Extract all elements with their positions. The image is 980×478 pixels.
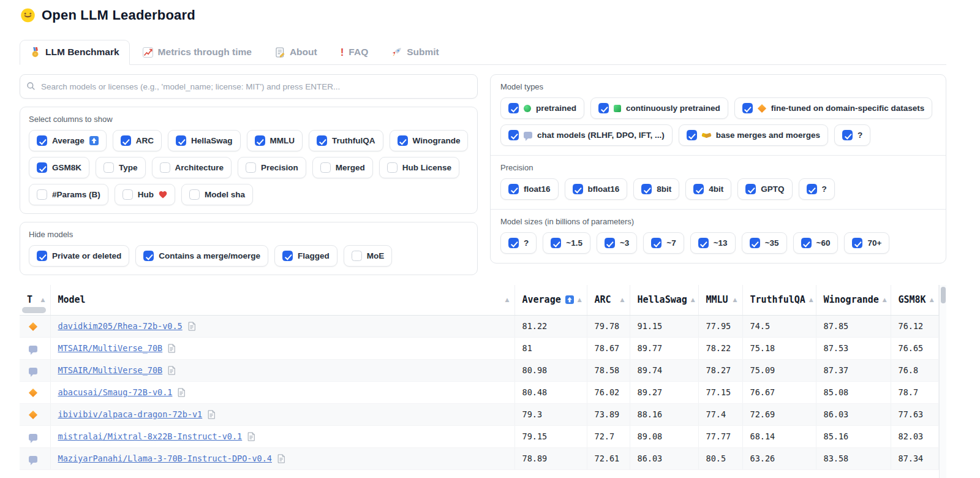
column-checkbox-params[interactable]: #Params (B)	[29, 184, 108, 205]
hide-checkbox-private-or-deleted[interactable]: Private or deleted	[29, 245, 129, 267]
type-checkbox-unknown[interactable]: ?	[834, 124, 870, 146]
tab-llm-benchmark[interactable]: LLM Benchmark	[20, 40, 130, 65]
precision-checkbox-gptq[interactable]: GPTQ	[737, 178, 792, 200]
search-input[interactable]	[20, 74, 478, 99]
table-row[interactable]: abacusai/Smaug-72B-v0.1 80.48 76.02 89.2…	[20, 381, 939, 403]
type-checkbox-fine-tuned[interactable]: fine-tuned on domain-specific datasets	[734, 97, 933, 119]
note-icon[interactable]	[277, 455, 285, 465]
precision-checkbox-unknown[interactable]: ?	[799, 178, 835, 200]
size-checkbox-35[interactable]: ~35	[742, 232, 787, 254]
column-checkbox-precision[interactable]: Precision	[238, 157, 306, 178]
table-row[interactable]: MTSAIR/MultiVerse_70B 80.98 78.58 89.74 …	[20, 359, 939, 381]
size-checkbox-60[interactable]: ~60	[793, 232, 839, 254]
precision-checkbox-float16[interactable]: float16	[500, 178, 559, 200]
column-checkbox-merged[interactable]: Merged	[312, 157, 373, 178]
hellaswag-cell: 86.03	[630, 447, 698, 469]
model-link[interactable]: MTSAIR/MultiVerse_70B	[58, 343, 163, 353]
column-checkbox-truthfulqa[interactable]: TruthfulQA	[309, 130, 383, 151]
size-checkbox-unknown[interactable]: ?	[500, 232, 537, 254]
column-checkbox-winogrande[interactable]: Winogrande	[390, 130, 469, 151]
sort-caret-icon[interactable]: ▲	[41, 297, 45, 303]
column-checkbox-type[interactable]: Type	[96, 157, 146, 178]
model-type-icon	[29, 389, 37, 397]
column-checkbox-mmlu[interactable]: MMLU	[247, 130, 303, 151]
column-checkbox-hub-license[interactable]: Hub License	[379, 157, 459, 178]
table-header-arc[interactable]: ARC▲	[587, 285, 630, 315]
column-checkbox-arc[interactable]: ARC	[113, 130, 162, 151]
size-checkbox-1-5[interactable]: ~1.5	[543, 232, 590, 254]
type-checkbox-base-merges[interactable]: base merges and moerges	[679, 124, 828, 146]
note-icon[interactable]	[187, 323, 196, 333]
table-header-gsm8k[interactable]: GSM8K▲	[891, 285, 939, 315]
checkbox-label: ~7	[666, 238, 676, 248]
table-header-model[interactable]: Model▲	[50, 285, 514, 315]
table-row[interactable]: davidkim205/Rhea-72b-v0.5 81.22 79.78 91…	[20, 315, 939, 337]
size-checkbox-70plus[interactable]: 70+	[844, 232, 889, 254]
type-checkbox-chat-models[interactable]: chat models (RLHF, DPO, IFT, ...)	[500, 124, 673, 146]
note-icon[interactable]	[247, 433, 255, 443]
table-row[interactable]: MTSAIR/MultiVerse_70B 81 78.67 89.77 78.…	[20, 337, 939, 359]
column-checkbox-average[interactable]: Average	[29, 130, 107, 151]
tab-about[interactable]: About	[265, 40, 328, 65]
size-checkbox-3[interactable]: ~3	[597, 232, 637, 254]
sort-caret-icon[interactable]: ▲	[733, 297, 737, 303]
sort-caret-icon[interactable]: ▲	[691, 297, 695, 303]
sort-caret-icon[interactable]: ▲	[809, 297, 813, 303]
model-link[interactable]: abacusai/Smaug-72B-v0.1	[58, 387, 173, 397]
checkbox-label: MoE	[367, 251, 385, 260]
note-icon[interactable]	[167, 345, 176, 355]
column-checkbox-gsm8k[interactable]: GSM8K	[29, 157, 89, 178]
truthfulqa-cell: 74.5	[742, 315, 816, 337]
scrollbar-thumb[interactable]	[941, 287, 946, 303]
hide-checkbox-moe[interactable]: MoE	[344, 245, 393, 267]
model-link[interactable]: ibivibiv/alpaca-dragon-72b-v1	[58, 409, 203, 419]
column-checkbox-hub-likes[interactable]: Hub	[115, 184, 175, 205]
hide-checkbox-flagged[interactable]: Flagged	[274, 245, 337, 267]
table-header-mmlu[interactable]: MMLU▲	[698, 285, 742, 315]
table-header-truthfulqa[interactable]: TruthfulQA▲	[742, 285, 816, 315]
hellaswag-cell: 89.74	[630, 359, 698, 381]
table-header-average[interactable]: Average▲	[514, 285, 587, 315]
model-link[interactable]: MTSAIR/MultiVerse_70B	[58, 365, 163, 375]
model-type-icon	[29, 434, 37, 441]
tab-metrics-through-time[interactable]: Metrics through time	[132, 40, 262, 65]
hide-checkbox-contains-merge[interactable]: Contains a merge/moerge	[135, 245, 268, 267]
average-cell: 81	[514, 337, 587, 359]
table-row[interactable]: mistralai/Mixtral-8x22B-Instruct-v0.1 79…	[20, 425, 939, 447]
sort-caret-icon[interactable]: ▲	[620, 297, 625, 303]
size-checkbox-7[interactable]: ~7	[643, 232, 684, 254]
tab-faq[interactable]: ! FAQ	[330, 40, 379, 65]
model-link[interactable]: mistralai/Mixtral-8x22B-Instruct-v0.1	[58, 431, 243, 441]
sort-caret-icon[interactable]: ▲	[883, 297, 887, 303]
table-header-hellaswag[interactable]: HellaSwag▲	[630, 285, 698, 315]
note-icon[interactable]	[177, 389, 186, 399]
table-row[interactable]: MaziyarPanahi/Llama-3-70B-Instruct-DPO-v…	[20, 447, 939, 469]
table-row[interactable]: ibivibiv/alpaca-dragon-72b-v1 79.3 73.89…	[20, 403, 939, 425]
column-checkbox-model-sha[interactable]: Model sha	[181, 184, 253, 205]
checkbox-label: GPTQ	[761, 184, 784, 194]
precision-checkbox-bfloat16[interactable]: bfloat16	[565, 178, 628, 200]
tab-submit[interactable]: Submit	[381, 40, 450, 65]
type-checkbox-pretrained[interactable]: pretrained	[500, 97, 584, 119]
precision-checkbox-4bit[interactable]: 4bit	[685, 178, 731, 200]
checkbox-label: MMLU	[270, 136, 295, 145]
vertical-scrollbar[interactable]	[939, 285, 946, 478]
column-checkbox-hellaswag[interactable]: HellaSwag	[168, 130, 241, 151]
precision-checkbox-8bit[interactable]: 8bit	[633, 178, 679, 200]
model-types-section: Model types pretrained continuously pret…	[491, 75, 946, 155]
size-checkbox-13[interactable]: ~13	[690, 232, 736, 254]
t-column-scrollbar[interactable]	[22, 307, 46, 313]
table-header-winogrande[interactable]: Winogrande▲	[816, 285, 891, 315]
note-icon[interactable]	[207, 411, 216, 421]
column-checkbox-architecture[interactable]: Architecture	[152, 157, 232, 178]
model-link[interactable]: MaziyarPanahi/Llama-3-70B-Instruct-DPO-v…	[58, 453, 273, 463]
sort-caret-icon[interactable]: ▲	[505, 297, 510, 303]
note-icon[interactable]	[167, 367, 176, 377]
average-cell: 81.22	[514, 315, 587, 337]
type-checkbox-continuously-pretrained[interactable]: continuously pretrained	[590, 97, 728, 119]
checkbox-box	[246, 162, 256, 173]
table-header-type[interactable]: T▲	[20, 285, 50, 315]
sort-caret-icon[interactable]: ▲	[578, 297, 582, 303]
sort-caret-icon[interactable]: ▲	[930, 297, 934, 303]
model-link[interactable]: davidkim205/Rhea-72b-v0.5	[58, 321, 183, 331]
